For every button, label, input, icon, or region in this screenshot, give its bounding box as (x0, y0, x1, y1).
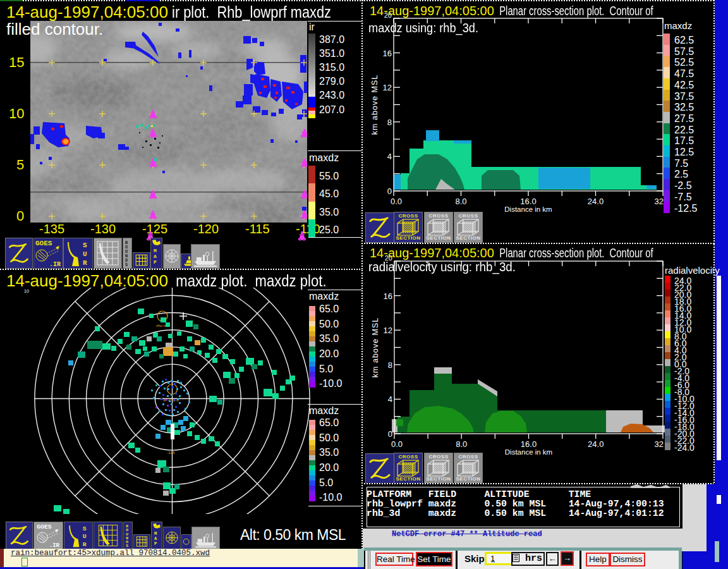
svg-text:12: 12 (383, 83, 392, 92)
svg-text:M: M (154, 531, 157, 536)
svg-text:P: P (154, 259, 157, 265)
svg-text:GOES: GOES (37, 523, 52, 530)
svg-text:8.0: 8.0 (455, 197, 466, 206)
svg-text:R: R (83, 259, 87, 267)
svg-text:km above MSL: km above MSL (370, 75, 379, 135)
svg-text:0: 0 (387, 187, 392, 196)
svg-text:M: M (154, 248, 157, 254)
svg-text:U: U (83, 250, 87, 258)
svg-text:4: 4 (388, 395, 392, 404)
svg-text:km above MSL: km above MSL (371, 317, 380, 377)
svg-text:8.0: 8.0 (456, 439, 467, 449)
svg-text:24.0: 24.0 (588, 197, 604, 206)
svg-text:GOES: GOES (35, 240, 52, 247)
svg-text:P: P (154, 541, 157, 546)
svg-text:S: S (125, 262, 128, 267)
svg-text:R: R (83, 541, 87, 548)
svg-text:0.0: 0.0 (391, 439, 403, 449)
svg-text:S: S (83, 525, 87, 532)
svg-text:A: A (154, 254, 157, 259)
svg-text:-125: -125 (167, 451, 176, 455)
svg-text:0: 0 (388, 429, 392, 439)
svg-text:16: 16 (384, 291, 392, 301)
svg-text:8: 8 (387, 118, 392, 127)
svg-text:.IR: .IR (49, 542, 60, 549)
svg-text:A: A (154, 536, 157, 541)
svg-text:12: 12 (384, 326, 392, 335)
svg-text:S: S (126, 544, 128, 548)
svg-text:16.0: 16.0 (521, 439, 537, 449)
svg-text:16.0: 16.0 (520, 197, 536, 206)
svg-text:8: 8 (388, 360, 392, 370)
svg-text:U: U (83, 533, 87, 540)
svg-text:24.0: 24.0 (588, 439, 604, 449)
svg-text:4: 4 (387, 152, 392, 161)
svg-text:32: 32 (655, 439, 664, 449)
svg-text:32: 32 (655, 197, 664, 206)
svg-text:S: S (83, 242, 87, 249)
svg-text:16: 16 (383, 49, 392, 58)
svg-text:.IR: .IR (49, 261, 61, 268)
svg-text:0.0: 0.0 (391, 197, 402, 206)
